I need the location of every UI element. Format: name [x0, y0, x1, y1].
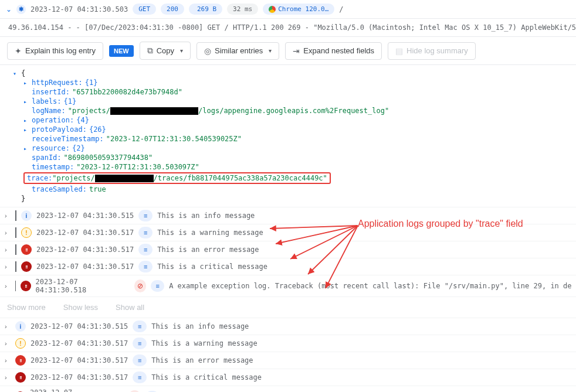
expand-nested-button[interactable]: ⇥ Expand nested fields [285, 42, 382, 60]
response-size-pill[interactable]: 269 B [189, 4, 222, 15]
expand-caret-icon[interactable]: › [5, 212, 11, 219]
trace-highlight: trace: "projects//traces/fb8817044975ac3… [23, 172, 331, 184]
expand-caret-icon[interactable]: › [5, 340, 11, 347]
log-message: This is an info message [157, 212, 255, 220]
json-key-spanid[interactable]: spanId: [32, 154, 62, 162]
log-header-row: ⌄ ✱ 2023-12-07 04:31:30.503 GET 200 269 … [0, 0, 576, 19]
severity-info-icon[interactable]: i [21, 210, 32, 221]
log-entry: ›2023-12-07 04:31:30.517≡This is an erro… [0, 352, 576, 369]
chevron-down-icon[interactable]: ⌄ [6, 5, 12, 13]
filter-pill-icon[interactable]: ≡ [133, 354, 147, 366]
tree-caret-icon[interactable]: ▾ [13, 70, 19, 77]
group-indicator-bar [15, 227, 16, 238]
filter-pill-icon[interactable]: ≡ [138, 261, 153, 272]
log-timestamp: 2023-12-07 04:31:30.517 [31, 339, 128, 347]
log-timestamp: 2023-12-07 04:31:30.515 [31, 322, 128, 330]
json-key-labels[interactable]: labels: [32, 97, 62, 105]
severity-info-icon[interactable]: i [15, 321, 26, 332]
json-key-tracesampled[interactable]: traceSampled: [32, 185, 87, 193]
expand-caret-icon[interactable]: › [5, 263, 11, 270]
show-more-link[interactable]: Show more [7, 303, 46, 312]
filter-pill-icon[interactable]: ≡ [133, 371, 147, 383]
log-group-repeat: ›i2023-12-07 04:31:30.515≡This is an inf… [0, 318, 576, 392]
log-toolbar: ✦ Explain this log entry NEW ⧉ Copy ◎ Si… [0, 37, 576, 65]
copy-button[interactable]: ⧉ Copy [140, 42, 191, 60]
latency-pill[interactable]: 32 ms [227, 4, 258, 15]
expand-caret-icon[interactable]: › [5, 229, 11, 236]
expand-caret-icon[interactable]: › [5, 374, 11, 381]
json-key-receivetimestamp[interactable]: receiveTimestamp: [32, 135, 104, 143]
log-entry: ›2023-12-07 04:31:30.517≡This is a warni… [0, 335, 576, 352]
severity-critical-icon[interactable] [21, 261, 32, 272]
log-timestamp: 2023-12-07 04:31:30.517 [36, 246, 134, 254]
hide-summary-button: ▤ Hide log summary [388, 42, 476, 60]
expand-caret-icon[interactable]: › [5, 246, 11, 253]
expand-caret-icon[interactable]: › [5, 282, 11, 289]
severity-default-icon: ✱ [16, 5, 26, 14]
log-entry: ›2023-12-07 04:31:30.517≡This is an erro… [0, 241, 576, 258]
tree-caret-icon[interactable]: ▸ [23, 80, 29, 86]
new-badge: NEW [109, 45, 134, 57]
http-status-pill[interactable]: 200 [161, 4, 184, 15]
expand-icon: ⇥ [293, 46, 300, 56]
severity-error-icon[interactable] [15, 355, 26, 366]
http-method-pill[interactable]: GET [133, 4, 156, 15]
header-timestamp: 2023-12-07 04:31:30.503 [31, 5, 128, 13]
log-entry: ›2023-12-07 04:31:30.517≡This is a criti… [0, 369, 576, 386]
log-message: This is an error message [157, 246, 259, 254]
log-timestamp: 2023-12-07 04:31:30.518 [36, 278, 130, 294]
json-key-httprequest[interactable]: httpRequest: [32, 79, 83, 87]
json-key-logname[interactable]: logName: [32, 107, 66, 115]
show-less-link[interactable]: Show less [63, 303, 98, 312]
filter-pill-icon[interactable]: ≡ [133, 338, 147, 349]
filter-pill-icon[interactable]: ≡ [138, 244, 153, 255]
tree-caret-icon[interactable]: ▸ [23, 145, 29, 152]
filter-pill-icon[interactable]: ≡ [151, 280, 164, 292]
group-indicator-bar [15, 244, 16, 255]
error-reporting-icon[interactable]: ⊘ [134, 279, 147, 292]
target-icon: ◎ [204, 46, 211, 56]
log-message: This is a critical message [151, 373, 262, 381]
json-key-operation[interactable]: operation: [32, 116, 74, 124]
filter-pill-icon[interactable]: ≡ [133, 321, 147, 332]
log-timestamp: 2023-12-07 04:31:30.517 [31, 373, 128, 381]
filter-pill-icon[interactable]: ≡ [138, 210, 153, 221]
log-message: A example exception log. Traceback (most… [169, 282, 571, 290]
tree-caret-icon[interactable]: ▸ [23, 127, 29, 133]
severity-critical-icon[interactable] [21, 281, 31, 291]
log-timestamp: 2023-12-07 04:31:30.515 [36, 212, 134, 220]
json-key-timestamp[interactable]: timestamp: [32, 163, 74, 171]
redacted-project-id [110, 107, 198, 115]
expand-caret-icon[interactable]: › [5, 357, 11, 364]
json-key-trace[interactable]: trace: [27, 174, 52, 182]
expand-caret-icon[interactable]: › [5, 323, 11, 330]
log-entry: ›2023-12-07 04:31:30.518⊘≡A example exce… [0, 275, 576, 296]
log-entry: ›2023-12-07 04:31:30.518⊘≡A example exce… [0, 386, 576, 392]
log-entry: ›i2023-12-07 04:31:30.515≡This is an inf… [0, 318, 576, 335]
log-entry: ›i2023-12-07 04:31:30.515≡This is an inf… [0, 207, 576, 224]
redacted-project-id [95, 175, 154, 182]
group-indicator-bar [15, 210, 16, 221]
json-key-resource[interactable]: resource: [32, 144, 70, 152]
group-indicator-bar [15, 261, 16, 272]
raw-log-text: 49.36.104.154 - - [07/Dec/2023:04:31:30 … [0, 19, 576, 37]
log-timestamp: 2023-12-07 04:31:30.517 [31, 356, 128, 364]
browser-pill[interactable]: Chrome 120.0… [263, 4, 334, 15]
tree-caret-icon[interactable]: ▸ [23, 98, 29, 105]
severity-warning-icon[interactable] [21, 227, 32, 238]
severity-critical-icon[interactable] [15, 372, 26, 383]
log-group-traced: ›i2023-12-07 04:31:30.515≡This is an inf… [0, 207, 576, 296]
json-key-protopayload[interactable]: protoPayload: [32, 125, 87, 134]
log-message: This is an error message [151, 356, 253, 364]
explain-button[interactable]: ✦ Explain this log entry [7, 42, 103, 60]
tree-caret-icon[interactable]: ▸ [23, 117, 29, 124]
filter-pill-icon[interactable]: ≡ [138, 227, 153, 238]
severity-error-icon[interactable] [21, 244, 32, 255]
similar-entries-button[interactable]: ◎ Similar entries [196, 42, 279, 60]
show-all-link[interactable]: Show all [116, 303, 144, 312]
log-message: This is a warning message [157, 229, 263, 237]
severity-warning-icon[interactable] [15, 338, 26, 349]
copy-icon: ⧉ [147, 46, 153, 56]
log-message: This is an info message [151, 322, 249, 330]
json-key-insertid[interactable]: insertId: [32, 88, 70, 96]
